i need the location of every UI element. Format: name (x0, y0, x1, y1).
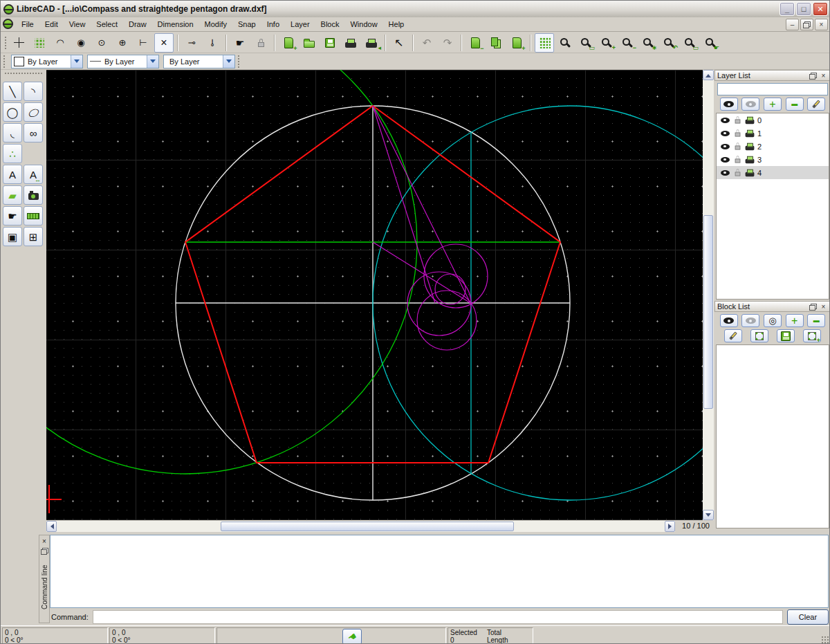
restrict-vertical[interactable]: ⊸ (203, 33, 222, 53)
remove-block[interactable]: ▬ (807, 314, 825, 327)
drawing-window-list[interactable] (486, 33, 506, 53)
draw-polyline[interactable]: ◟ (3, 123, 22, 142)
float-panel-button[interactable] (809, 302, 818, 311)
undo[interactable]: ↶ (417, 33, 436, 53)
layer-print-icon[interactable] (744, 168, 756, 177)
resize-grip[interactable] (821, 636, 829, 644)
snap-free[interactable] (9, 33, 28, 53)
selection-pointer[interactable]: ↖ (389, 33, 409, 53)
vertical-scroll-thumb[interactable] (703, 215, 713, 409)
toolbar-handle[interactable] (2, 54, 6, 69)
layer-lock-icon[interactable] (731, 169, 744, 176)
close-drawing[interactable]: − (465, 33, 485, 53)
toolbar-handle[interactable] (237, 54, 240, 69)
float-panel-button[interactable] (809, 71, 818, 80)
edit-block[interactable]: ⊞ (24, 227, 43, 246)
clear-button[interactable]: Clear (787, 609, 829, 625)
vertical-scrollbar[interactable] (703, 70, 714, 520)
zoom-pan[interactable]: ☛ (701, 33, 720, 53)
insert-block[interactable]: + (803, 329, 821, 342)
print[interactable] (341, 33, 360, 53)
show-all-layers[interactable] (720, 98, 738, 111)
command-input[interactable] (93, 610, 783, 624)
snap-distance[interactable]: ⊢ (133, 33, 153, 53)
hide-all-blocks[interactable] (741, 314, 759, 327)
remove-layer[interactable]: ▬ (786, 98, 804, 111)
save-drawing[interactable] (320, 33, 340, 53)
hide-all-layers[interactable] (741, 98, 759, 111)
previous-view[interactable]: ↶ (659, 33, 679, 53)
draw-spline[interactable]: ∞ (24, 123, 43, 142)
layer-print-icon[interactable] (744, 129, 756, 138)
horizontal-scrollbar[interactable] (46, 521, 675, 532)
scroll-down-button[interactable] (703, 510, 714, 520)
menu-edit[interactable]: Edit (39, 19, 64, 30)
snap-middle[interactable]: ⊕ (113, 33, 132, 53)
zoom-out[interactable]: − (618, 33, 637, 53)
draw-line[interactable]: ╲ (3, 82, 22, 101)
menu-layer[interactable]: Layer (285, 19, 315, 30)
layer-row-0[interactable]: 0 (717, 113, 829, 127)
close-panel-button[interactable]: × (819, 302, 828, 311)
snap-grid[interactable] (30, 33, 49, 53)
draw-arc[interactable]: ◝ (24, 82, 43, 101)
toggle-block-visibility[interactable]: ◎ (764, 314, 782, 327)
draw-ellipse[interactable]: ◯ (24, 102, 43, 122)
menu-help[interactable]: Help (383, 19, 410, 30)
layer-lock-icon[interactable] (731, 156, 744, 163)
layer-visible-icon[interactable] (719, 170, 731, 176)
new-drawing[interactable]: + (279, 33, 298, 53)
scroll-up-button[interactable] (703, 70, 714, 80)
snap-on-entity[interactable]: ◉ (71, 33, 91, 53)
menu-block[interactable]: Block (315, 19, 345, 30)
select-points[interactable]: ∴ (3, 144, 22, 163)
menu-draw[interactable]: Draw (123, 19, 152, 30)
create-block[interactable]: ▣ (3, 227, 22, 246)
scroll-left-button[interactable] (46, 521, 57, 532)
layer-visible-icon[interactable] (719, 131, 731, 136)
set-relative-zero[interactable]: ☛ (230, 33, 250, 53)
pointer-tool-button[interactable]: ☚ (342, 629, 362, 644)
modify-layer[interactable] (807, 98, 825, 111)
maximize-button[interactable]: □ (796, 2, 811, 16)
auto-zoom[interactable]: ∗ (638, 33, 658, 53)
new-drawing-window[interactable]: + (507, 33, 526, 53)
redo[interactable]: ↷ (438, 33, 457, 53)
pen-color-combo[interactable]: By Layer (11, 55, 83, 68)
add-block[interactable]: + (786, 314, 804, 327)
menu-info[interactable]: Info (261, 19, 285, 30)
layer-lock-icon[interactable] (731, 116, 744, 124)
draw-text[interactable]: A (3, 165, 22, 184)
zoom-window[interactable]: ▭ (576, 33, 596, 53)
edit-block-entities[interactable] (750, 329, 768, 342)
mdi-restore-button[interactable] (800, 19, 813, 30)
open-drawing[interactable] (299, 33, 319, 53)
draw-circle[interactable]: ◯ (3, 102, 22, 122)
zoom-in[interactable]: + (597, 33, 616, 53)
layer-visible-icon[interactable] (719, 157, 731, 163)
layer-filter-input[interactable] (717, 83, 828, 95)
snap-intersection[interactable]: × (154, 33, 174, 53)
magnifier[interactable] (555, 33, 575, 53)
menu-modify[interactable]: Modify (199, 19, 232, 30)
layer-print-icon[interactable] (744, 116, 756, 125)
close-panel-button[interactable]: × (819, 71, 828, 80)
lock-relative-zero[interactable] (251, 33, 270, 53)
toolbar-handle[interactable] (3, 35, 7, 50)
mdi-minimize-button[interactable]: – (786, 19, 799, 30)
show-all-blocks[interactable] (720, 314, 738, 327)
float-dock-button[interactable] (40, 546, 48, 555)
command-history[interactable] (50, 535, 829, 608)
layer-lock-icon[interactable] (731, 129, 744, 137)
close-dock-button[interactable]: × (40, 537, 48, 545)
measure[interactable] (24, 206, 43, 226)
snap-center[interactable]: ⊙ (92, 33, 111, 53)
layer-visible-icon[interactable] (719, 118, 731, 123)
minimize-button[interactable]: _ (780, 2, 795, 16)
toolbar-handle[interactable] (4, 72, 43, 75)
layer-row-3[interactable]: 3 (717, 153, 829, 166)
redraw[interactable]: ▭ (680, 33, 699, 53)
hatch[interactable]: ▰ (3, 185, 22, 205)
menu-window[interactable]: Window (344, 19, 382, 30)
restrict-horizontal[interactable]: ⊸ (182, 33, 201, 53)
